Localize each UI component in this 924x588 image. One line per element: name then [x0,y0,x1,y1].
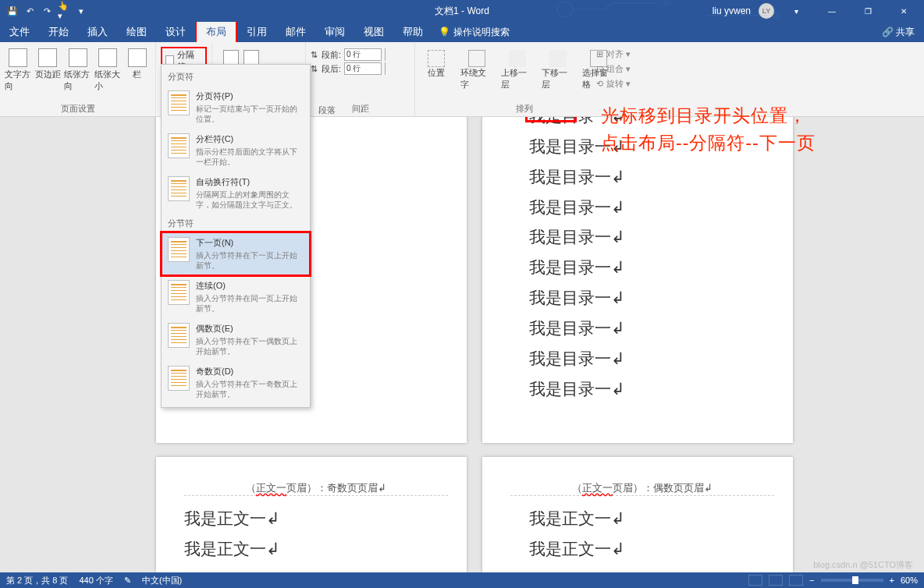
text-wrap-icon [168,176,190,201]
titlebar: 💾 ↶ ↷ 👆▾ ▾ 文档1 - Word liu yvwen LY ▾ — ❐… [0,0,924,22]
paragraph-label: 段落 [318,104,336,118]
indent-right-icon[interactable] [243,50,259,66]
ribbon-tabs: 文件 开始 插入 绘图 设计 布局 引用 邮件 审阅 视图 帮助 💡 操作说明搜… [0,22,924,42]
page-3-header: （正文一页眉）：奇数页页眉↲ [184,465,448,496]
tab-view[interactable]: 视图 [354,22,393,42]
next-page-icon [168,237,190,262]
tab-references[interactable]: 引用 [237,22,276,42]
print-layout-icon[interactable] [769,575,783,586]
tab-file[interactable]: 文件 [0,22,39,42]
tab-insert[interactable]: 插入 [78,22,117,42]
text-direction-button[interactable]: 文字方向 [5,45,31,92]
even-page-icon [168,323,190,348]
qat-customize-icon[interactable]: ▾ [75,5,87,17]
spacing-before-input[interactable]: 0 行 [344,48,382,61]
language-indicator[interactable]: 中文(中国) [142,575,182,586]
page-indicator[interactable]: 第 2 页，共 8 页 [6,575,68,586]
group-button[interactable]: ⊡ 组合 ▾ [596,63,631,75]
undo-icon[interactable]: ↶ [23,5,36,17]
bring-forward-button[interactable]: 上移一层 [501,50,534,90]
columns-button[interactable]: 栏 [124,45,151,92]
window-title: 文档1 - Word [435,5,489,18]
page-2[interactable]: 我是目录一↲我是目录一↲我是目录一↲我是目录一↲我是目录一↲我是目录一↲我是目录… [482,117,793,443]
tab-layout[interactable]: 布局 [195,20,237,42]
read-mode-icon[interactable] [748,575,762,586]
word-count[interactable]: 440 个字 [79,575,112,586]
section-breaks-header: 分节符 [162,214,310,232]
continuous-section-break-item[interactable]: 连续(O)插入分节符并在同一页上开始新节。 [162,275,310,318]
tell-me-search[interactable]: 💡 操作说明搜索 [439,26,510,39]
next-page-section-break-item[interactable]: 下一页(N)插入分节符并在下一页上开始新节。 [162,232,310,275]
page-4-header: （正文一页眉）：偶数页页眉↲ [510,465,774,496]
spinner-icon[interactable] [385,48,394,61]
position-button[interactable]: 位置 [420,50,453,90]
align-button[interactable]: ⊞ 对齐 ▾ [596,48,631,60]
page-3[interactable]: （正文一页眉）：奇数页页眉↲ 我是正文一↲我是正文一↲ [156,457,467,572]
touch-mode-icon[interactable]: 👆▾ [58,5,70,17]
wrap-text-button[interactable]: 环绕文字 [460,50,493,90]
page-4[interactable]: （正文一页眉）：偶数页页眉↲ 我是正文一↲我是正文一↲ [482,457,793,572]
statusbar: 第 2 页，共 8 页 440 个字 ✎ 中文(中国) − + 60% [0,572,924,588]
svg-point-1 [664,1,669,5]
spacing-after-input[interactable]: 0 行 [344,62,382,75]
tab-help[interactable]: 帮助 [393,22,432,42]
spinner-icon[interactable] [385,62,394,75]
decorative-circuit [549,0,846,19]
rotate-button[interactable]: ⟲ 旋转 ▾ [596,78,631,90]
watermark: blog.csdn.n @51CTO博客 [813,559,913,571]
tab-design[interactable]: 设计 [156,22,195,42]
even-page-section-break-item[interactable]: 偶数页(E)插入分节符并在下一偶数页上开始新节。 [162,318,310,361]
breaks-dropdown: 分页符 分页符(P)标记一页结束与下一页开始的位置。 分栏符(C)指示分栏符后面… [161,64,311,408]
continuous-icon [168,280,190,305]
margins-button[interactable]: 页边距 [34,45,61,92]
tell-me-label: 操作说明搜索 [453,26,510,39]
column-break-item[interactable]: 分栏符(C)指示分栏符后面的文字将从下一栏开始。 [162,129,310,172]
spacing-after-label: 段后: [322,63,341,75]
zoom-slider[interactable] [821,579,883,582]
restore-button[interactable]: ❐ [854,0,882,22]
save-icon[interactable]: 💾 [6,5,19,17]
tab-home[interactable]: 开始 [39,22,78,42]
size-button[interactable]: 纸张大小 [94,45,121,92]
arrange-label: 排列 [420,103,629,116]
zoom-level[interactable]: 60% [901,576,918,585]
tab-draw[interactable]: 绘图 [117,22,156,42]
tutorial-annotation: 光标移到目录开头位置， 点击布局--分隔符--下一页 [601,102,816,156]
zoom-out-button[interactable]: − [809,576,814,585]
zoom-in-button[interactable]: + [890,576,894,585]
svg-point-0 [557,2,573,17]
quick-access-toolbar: 💾 ↶ ↷ 👆▾ ▾ [0,5,87,17]
close-button[interactable]: ✕ [890,0,918,22]
page-break-item[interactable]: 分页符(P)标记一页结束与下一页开始的位置。 [162,86,310,129]
odd-page-section-break-item[interactable]: 奇数页(D)插入分节符并在下一奇数页上开始新节。 [162,361,310,404]
svg-point-2 [773,13,778,18]
document-area[interactable]: 面一↲面一↲面一↲面一↲面一↲面一↲面一↲面一↲我是封面一↲我是封面一↲ （正文… [0,117,924,572]
proofing-icon[interactable]: ✎ [124,576,131,586]
page-setup-label: 页面设置 [5,103,151,116]
page-breaks-header: 分页符 [162,68,310,86]
send-backward-button[interactable]: 下移一层 [542,50,574,90]
cursor-position-highlight [525,117,577,122]
indent-left-icon[interactable] [223,50,239,66]
tab-mailings[interactable]: 邮件 [276,22,315,42]
web-layout-icon[interactable] [789,575,803,586]
column-break-icon [168,133,190,158]
tab-review[interactable]: 审阅 [315,22,354,42]
text-wrapping-break-item[interactable]: 自动换行符(T)分隔网页上的对象周围的文字，如分隔题注文字与正文。 [162,172,310,214]
lightbulb-icon: 💡 [439,27,450,37]
redo-icon[interactable]: ↷ [41,5,53,17]
odd-page-icon [168,366,190,391]
spacing-before-label: 段前: [322,49,341,61]
orientation-button[interactable]: 纸张方向 [64,45,91,92]
page-break-icon [168,90,190,115]
share-button[interactable]: 🔗 共享 [882,26,915,39]
